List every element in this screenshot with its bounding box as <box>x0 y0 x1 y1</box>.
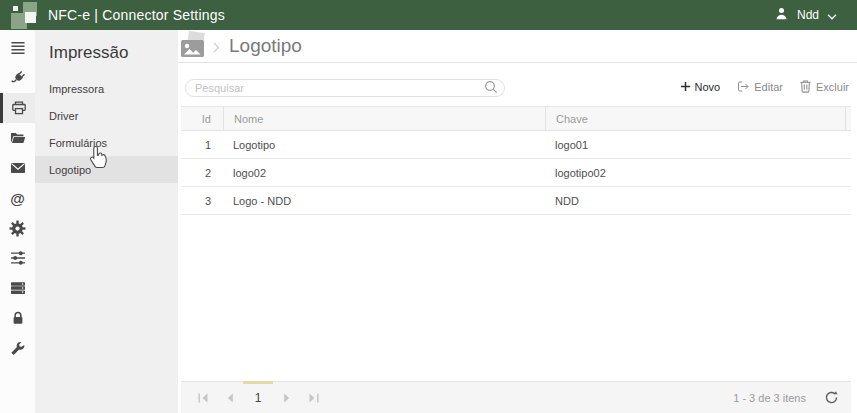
plug-icon[interactable] <box>0 63 35 93</box>
first-page-button[interactable] <box>189 382 216 413</box>
sidebar-menu: Impressora Driver Formulários Logotipo <box>35 75 178 183</box>
pager-nav: 1 <box>189 382 327 413</box>
grid-header-spacer <box>845 107 851 130</box>
next-page-button[interactable] <box>273 382 300 413</box>
mail-icon[interactable] <box>0 153 35 183</box>
edit-icon <box>736 80 750 95</box>
app-logo <box>6 1 38 29</box>
sidebar-item-logotipo[interactable]: Logotipo <box>35 156 178 183</box>
page-title: Logotipo <box>229 35 302 57</box>
lock-icon[interactable] <box>0 303 35 333</box>
prev-page-button[interactable] <box>216 382 243 413</box>
page-number-button[interactable]: 1 <box>243 382 273 413</box>
logo-square <box>13 6 18 11</box>
icon-rail: @ <box>0 30 35 413</box>
grid-pager: 1 1 - 3 de 3 itens <box>181 381 851 413</box>
user-name: Ndd <box>797 8 819 22</box>
sliders-icon[interactable] <box>0 243 35 273</box>
image-icon <box>180 31 210 62</box>
main-content: Logotipo Novo <box>178 30 857 413</box>
app-window: NFC-e | Connector Settings Ndd <box>0 0 857 413</box>
menu-icon[interactable] <box>0 33 35 63</box>
column-header-id[interactable]: Id <box>181 107 223 130</box>
folder-open-icon[interactable] <box>0 123 35 153</box>
plus-icon <box>680 81 691 94</box>
sidebar-item-impressora[interactable]: Impressora <box>35 75 178 102</box>
section-sidebar: Impressão Impressora Driver Formulários … <box>35 30 178 413</box>
table-row[interactable]: 3 Logo - NDD NDD <box>181 187 851 215</box>
logo-square <box>25 12 36 23</box>
sidebar-item-driver[interactable]: Driver <box>35 102 178 129</box>
grid-header: Id Nome Chave <box>181 106 851 131</box>
sidebar-heading: Impressão <box>35 30 178 63</box>
page-header: Logotipo <box>178 30 857 63</box>
printer-icon[interactable] <box>0 93 35 123</box>
wrench-icon[interactable] <box>0 333 35 363</box>
search-box <box>185 78 505 97</box>
top-header-bar: NFC-e | Connector Settings Ndd <box>0 0 857 30</box>
server-icon[interactable] <box>0 273 35 303</box>
column-header-nome[interactable]: Nome <box>223 107 545 130</box>
toolbar-actions: Novo Editar Excluir <box>680 79 851 95</box>
gear-icon[interactable] <box>0 213 35 243</box>
new-button[interactable]: Novo <box>680 81 721 94</box>
edit-button[interactable]: Editar <box>736 80 783 95</box>
pager-right: 1 - 3 de 3 itens <box>733 390 839 405</box>
data-grid: Id Nome Chave 1 Logotipo logo01 2 logo02… <box>181 106 851 215</box>
refresh-icon[interactable] <box>824 390 839 405</box>
table-row[interactable]: 1 Logotipo logo01 <box>181 131 851 159</box>
column-header-chave[interactable]: Chave <box>545 107 845 130</box>
app-body: @ Impressão Impressora <box>0 30 857 413</box>
chevron-right-icon <box>213 39 220 57</box>
last-page-button[interactable] <box>300 382 327 413</box>
trash-icon <box>799 79 812 95</box>
table-row[interactable]: 2 logo02 logotipo02 <box>181 159 851 187</box>
search-input[interactable] <box>185 79 505 97</box>
content-area: Novo Editar Excluir <box>178 63 857 413</box>
app-title: NFC-e | Connector Settings <box>48 7 225 23</box>
toolbar: Novo Editar Excluir <box>181 77 851 97</box>
user-icon <box>774 6 789 25</box>
search-icon[interactable] <box>484 80 498 98</box>
user-menu[interactable]: Ndd <box>774 6 837 25</box>
at-sign-icon[interactable]: @ <box>0 183 35 213</box>
chevron-down-icon <box>827 6 837 24</box>
pager-info: 1 - 3 de 3 itens <box>733 392 806 404</box>
delete-button[interactable]: Excluir <box>799 79 849 95</box>
sidebar-item-formularios[interactable]: Formulários <box>35 129 178 156</box>
